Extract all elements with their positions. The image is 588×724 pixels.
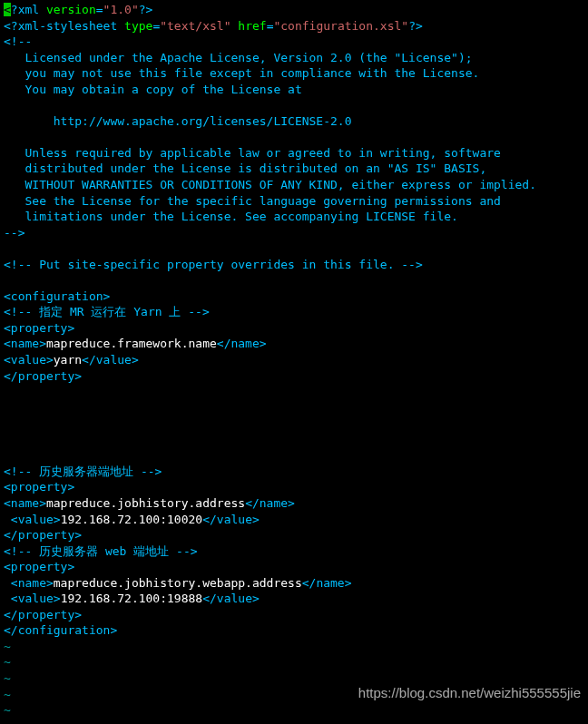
code-line: <!-- 历史服务器端地址 --> <box>4 464 584 480</box>
code-line: ~ <box>4 702 584 719</box>
code-line <box>4 272 584 289</box>
code-line: You may obtain a copy of the License at <box>4 82 584 98</box>
code-line <box>4 240 584 257</box>
code-line: <name>mapreduce.jobhistory.webapp.addres… <box>4 575 584 592</box>
code-line: </property> <box>4 527 584 543</box>
code-editor[interactable]: <?xml version="1.0"?><?xml-stylesheet ty… <box>4 2 584 724</box>
code-line <box>4 97 584 113</box>
code-line: <?xml-stylesheet type="text/xsl" href="c… <box>4 18 584 34</box>
code-line: ~ <box>4 654 584 670</box>
code-line: <value>192.168.72.100:10020</value> <box>4 512 584 528</box>
code-line: <?xml version="1.0"?> <box>4 2 584 18</box>
code-line: </property> <box>4 607 584 623</box>
code-line: WITHOUT WARRANTIES OR CONDITIONS OF ANY … <box>4 177 584 193</box>
code-line: <property> <box>4 479 584 495</box>
code-line: you may not use this file except in comp… <box>4 65 584 82</box>
code-line: See the License for the specific languag… <box>4 193 584 210</box>
code-line: <!-- <box>4 34 584 50</box>
code-line: <!-- 历史服务器 web 端地址 --> <box>4 543 584 560</box>
code-line: ~ <box>4 639 584 655</box>
code-line: http://www.apache.org/licenses/LICENSE-2… <box>4 113 584 130</box>
code-line <box>4 400 584 416</box>
watermark: https://blog.csdn.net/weizhi555555jie <box>358 684 581 702</box>
code-line: Unless required by applicable law or agr… <box>4 145 584 161</box>
code-line: limitations under the License. See accom… <box>4 209 584 225</box>
code-line <box>4 129 584 145</box>
code-line: <value>192.168.72.100:19888</value> <box>4 591 584 607</box>
code-line: <!-- Put site-specific property override… <box>4 257 584 273</box>
code-line: <value>yarn</value> <box>4 352 584 368</box>
code-line: </property> <box>4 368 584 385</box>
code-line: <property> <box>4 559 584 575</box>
code-line: </configuration> <box>4 622 584 639</box>
code-line: --> <box>4 225 584 241</box>
code-line: <property> <box>4 320 584 337</box>
code-line: distributed under the License is distrib… <box>4 161 584 177</box>
code-line: <!-- 指定 MR 运行在 Yarn 上 --> <box>4 304 584 320</box>
code-line: ~ <box>4 719 584 724</box>
code-line: <name>mapreduce.framework.name</name> <box>4 336 584 352</box>
code-line <box>4 432 584 448</box>
code-line: <name>mapreduce.jobhistory.address</name… <box>4 495 584 512</box>
code-line <box>4 447 584 464</box>
code-line <box>4 416 584 432</box>
code-line: <configuration> <box>4 289 584 305</box>
code-line: Licensed under the Apache License, Versi… <box>4 50 584 66</box>
code-line <box>4 384 584 400</box>
